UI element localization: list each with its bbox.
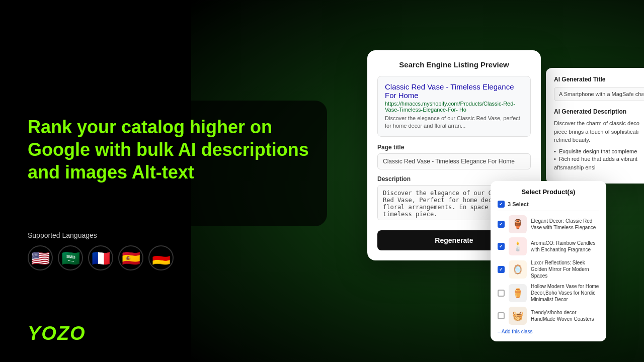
product-4-thumbnail: ⚱️: [509, 284, 527, 302]
product-3-checkbox[interactable]: [498, 266, 505, 273]
seo-panel-title: Search Engine Listing Preview: [377, 60, 531, 69]
flag-de: 🇩🇪: [148, 245, 174, 270]
product-item-2[interactable]: 🕯️ AromaCO: Rainbow Candles with Enchant…: [498, 237, 599, 255]
ai-description-label: AI Generated Description: [554, 108, 644, 115]
product-3-thumbnail: 🪞: [509, 260, 527, 279]
languages-section: Supported Languages 🇺🇸 🇸🇦 🇫🇷 🇪🇸 🇩🇪: [28, 231, 174, 270]
flag-fr: 🇫🇷: [88, 245, 113, 270]
google-result-url: https://hmaccs.myshopify.com/Products/Cl…: [385, 101, 523, 113]
flag-es: 🇪🇸: [118, 245, 143, 270]
google-result-description: Discover the elegance of our Classic Red…: [385, 115, 523, 130]
ai-bullet-2: Rich red hue that adds a vibrant: [554, 156, 644, 162]
add-class-link[interactable]: – Add this class: [498, 329, 599, 334]
products-panel-title: Select Product(s): [498, 188, 599, 196]
hero-heading: Rank your catalog higher on Google with …: [28, 116, 330, 184]
ai-craftsmanship: aftsmanship ensi: [554, 163, 644, 172]
product-2-thumbnail: 🕯️: [509, 237, 527, 255]
ai-title-input[interactable]: [554, 87, 644, 101]
product-item-1[interactable]: 🏺 Elegant Decor: Classic Red Vase with T…: [498, 215, 599, 233]
product-4-checkbox[interactable]: [498, 290, 505, 297]
product-item-5[interactable]: 🧺 Trendy's/boho decor - HandMade Woven C…: [498, 307, 599, 325]
product-2-name: AromaCO: Rainbow Candles with Enchanting…: [531, 240, 599, 253]
page-title-input[interactable]: [377, 153, 531, 169]
product-5-name: Trendy's/boho decor - HandMade Woven Coa…: [531, 309, 599, 322]
select-all-row[interactable]: 3 Select: [498, 201, 599, 211]
flag-sa: 🇸🇦: [58, 245, 83, 270]
hero-section: Rank your catalog higher on Google with …: [28, 116, 330, 184]
product-1-name: Elegant Decor: Classic Red Vase with Tim…: [531, 218, 599, 231]
products-panel: Select Product(s) 3 Select 🏺 Elegant Dec…: [491, 181, 606, 341]
google-result-title: Classic Red Vase - Timeless Elegance For…: [385, 82, 523, 100]
product-item-4[interactable]: ⚱️ Hollow Modern Vase for Home Decor,Boh…: [498, 283, 599, 303]
product-item-3[interactable]: 🪞 Luxor Reflections: Sleek Golden Mirror…: [498, 259, 599, 279]
product-1-checkbox[interactable]: [498, 221, 505, 228]
product-1-thumbnail: 🏺: [509, 215, 527, 233]
select-all-checkbox[interactable]: [498, 201, 505, 208]
google-preview-card: Classic Red Vase - Timeless Elegance For…: [377, 76, 531, 137]
product-5-checkbox[interactable]: [498, 312, 505, 319]
product-5-thumbnail: 🧺: [509, 307, 527, 325]
flags-row: 🇺🇸 🇸🇦 🇫🇷 🇪🇸 🇩🇪: [28, 245, 174, 270]
page-title-label: Page title: [377, 144, 531, 151]
select-all-label: 3 Select: [508, 201, 529, 207]
ai-title-label: AI Generated Title: [554, 76, 644, 83]
languages-label: Supported Languages: [28, 231, 174, 239]
ai-description-text: Discover the charm of classic deco piece…: [554, 119, 644, 144]
flag-us: 🇺🇸: [28, 245, 53, 270]
yozo-logo: YOZO: [28, 323, 86, 344]
ai-generated-panel: AI Generated Title AI Generated Descript…: [546, 68, 644, 184]
product-2-checkbox[interactable]: [498, 243, 505, 250]
product-4-name: Hollow Modern Vase for Home Decor,Boho V…: [531, 283, 599, 303]
ai-bullet-1: Exquisite design that compleme: [554, 148, 644, 154]
product-3-name: Luxor Reflections: Sleek Golden Mirror F…: [531, 259, 599, 279]
